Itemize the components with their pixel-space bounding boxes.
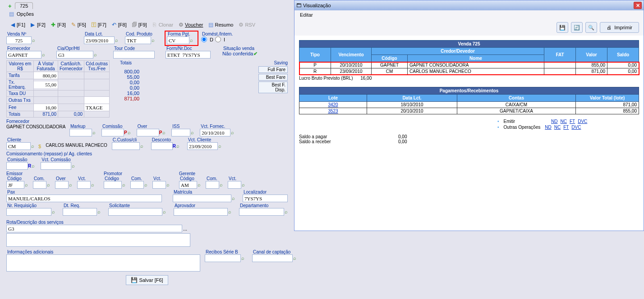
valores-table: Valores em R$ À Vista/ Faturada Cartão/c… xyxy=(6,60,110,118)
data-lct-label: Data Lct. xyxy=(85,32,122,36)
new-button[interactable]: ✚[F3] xyxy=(49,21,67,28)
pax-input[interactable] xyxy=(6,195,162,202)
gerente-codigo-input[interactable] xyxy=(179,181,197,189)
refresh-icon: 🔄 xyxy=(574,25,580,31)
situacao-value: Não conferida xyxy=(222,51,253,56)
tab-venda[interactable]: 725 xyxy=(15,2,33,9)
refresh-icon-button[interactable]: 🔄 xyxy=(571,22,583,33)
lote-link[interactable]: 3420 xyxy=(328,102,338,107)
toolbar: ◀[F1] ▶[F2] ✚[F3] ✎[F5] ⚿[F7] ↶[F8] 🗐[F9… xyxy=(0,19,294,31)
venda-n-label: Venda Nº xyxy=(7,32,38,36)
app-icon: 🗔 xyxy=(296,3,301,8)
table-row: P20/10/2010GAPNETGAPNET CONSOLIDADORA855… xyxy=(299,62,639,68)
pagamentos-table: Pagamentos/Recebimentos LoteData Lct.Con… xyxy=(299,87,639,114)
lote-link[interactable]: 3523 xyxy=(328,109,338,113)
clonar-button: ⎘Clonar xyxy=(150,21,175,28)
info-textarea[interactable] xyxy=(6,254,200,272)
cliente-nome: CARLOS MANUEL PACHECO xyxy=(46,137,107,150)
f9-button[interactable]: 🗐[F9] xyxy=(130,21,148,28)
vct-fornec-input[interactable] xyxy=(200,129,230,136)
printer-icon: 🖨 xyxy=(607,25,612,30)
tour-code-label: Tour Code xyxy=(114,46,163,51)
nav-next-button[interactable]: ▶[F2] xyxy=(28,21,47,28)
saldo-receber-label: Saldo a receber xyxy=(299,139,398,144)
fornecedor-label: Fornecedor xyxy=(7,46,54,51)
cod-produto-input[interactable] xyxy=(125,36,151,44)
venda-table: Venda 725 Tipo Vencimento Credor/Devedor… xyxy=(299,40,639,75)
window-title: Visualização xyxy=(303,3,331,8)
fornecedor-nome: GAPNET CONSOLIDADORA xyxy=(6,124,66,129)
saldo-pagar-value: 0,00 xyxy=(398,134,407,139)
titlebar: 🗔 Visualização ✕ xyxy=(294,0,644,10)
key-button[interactable]: ⚿[F7] xyxy=(89,21,108,28)
search-icon[interactable]: ⌕ xyxy=(94,52,100,58)
search-icon[interactable]: ⌕ xyxy=(32,37,38,44)
fornecedor-input[interactable] xyxy=(6,51,41,59)
best-f-disp-button[interactable]: Best F. Disp. xyxy=(258,82,288,93)
bullet-icon: • xyxy=(497,119,499,124)
menubar: Editar xyxy=(294,10,644,19)
table-row: 342018/10/2010CAIXA/CM871,00 xyxy=(299,102,639,108)
viz-toolbar: 💾 🔄 🔍 🖨Imprimir xyxy=(294,19,644,36)
rsv-button: ⚙RSV xyxy=(236,21,257,28)
form-nr-doc-label: Form/Nr.Doc xyxy=(166,46,220,51)
edit-button[interactable]: ✎[F5] xyxy=(69,21,87,28)
localizador-input[interactable] xyxy=(243,195,288,202)
tarifa-input[interactable] xyxy=(34,72,58,79)
undo-button[interactable]: ↶[F8] xyxy=(110,21,128,28)
int-radio[interactable] xyxy=(215,36,221,42)
zoom-icon-button[interactable]: 🔍 xyxy=(585,22,597,33)
salvar-button[interactable]: 💾Salvar [F6] xyxy=(126,275,168,285)
cliente-input[interactable] xyxy=(6,142,31,150)
zoom-icon: 🔍 xyxy=(588,25,594,31)
emissor-codigo-input[interactable] xyxy=(6,181,24,189)
data-lct-input[interactable] xyxy=(84,36,115,44)
saldo-receber-value: 0,00 xyxy=(398,139,407,144)
disk-icon: 💾 xyxy=(131,277,137,283)
lucro-value: 16,00 xyxy=(360,76,372,81)
form-nr-doc-input[interactable] xyxy=(166,51,211,59)
rota-input[interactable] xyxy=(6,225,182,232)
save-icon-button[interactable]: 💾 xyxy=(557,22,568,33)
venda-n-input[interactable] xyxy=(6,36,32,44)
full-fare-button[interactable]: Full Fare xyxy=(258,66,288,73)
forma-pgt-label: Forma Pgt. xyxy=(168,32,196,36)
editar-menu[interactable]: Editar xyxy=(297,11,316,18)
bullet-icon: • xyxy=(497,125,499,130)
situacao-label: Situação venda xyxy=(223,46,272,51)
imprimir-button[interactable]: 🖨Imprimir xyxy=(600,22,639,33)
voucher-button[interactable]: ⚙Voucher xyxy=(176,21,204,28)
disk-icon: 💾 xyxy=(559,25,566,31)
search-icon[interactable]: ⌕ xyxy=(152,37,158,44)
resumo-button[interactable]: ▤Resumo xyxy=(206,21,235,28)
vct-cliente-input[interactable] xyxy=(187,142,218,150)
search-icon[interactable]: ⌕ xyxy=(115,37,121,44)
cod-produto-label: Cod. Produto xyxy=(126,32,162,36)
search-icon[interactable]: ⌕ xyxy=(42,52,48,58)
rota-textarea[interactable] xyxy=(6,233,190,247)
tour-code-input[interactable] xyxy=(113,51,155,59)
visualizacao-window: 🗔 Visualização ✕ Editar 💾 🔄 🔍 🖨Imprimir … xyxy=(294,0,644,231)
sales-form-panel: + 725 ▤ Opções ◀[F1] ▶[F2] ✚[F3] ✎[F5] ⚿… xyxy=(0,0,294,299)
doc-icon: ▤ xyxy=(8,11,14,17)
forma-pgt-input[interactable] xyxy=(167,36,189,44)
saldo-pagar-label: Saldo a pagar xyxy=(299,134,398,139)
table-row: 352320/10/2010GAPNET/CAIXA855,00 xyxy=(299,108,639,114)
lucro-label: Lucro Bruto Previsto (BRL) xyxy=(299,76,353,81)
dom-int-label: Domést./Intern. xyxy=(202,32,251,36)
table-row: R23/09/2010CMCARLOS MANUEL PACHECO871,00… xyxy=(299,68,639,75)
nav-prev-button[interactable]: ◀[F1] xyxy=(8,21,27,28)
cia-label: Cia/Opr/Htl xyxy=(57,46,110,51)
search-icon[interactable]: ⌕ xyxy=(190,37,196,44)
expand-button[interactable]: ... xyxy=(183,226,187,231)
fee-input[interactable] xyxy=(34,104,58,111)
close-button[interactable]: ✕ xyxy=(634,2,642,9)
plus-icon[interactable]: + xyxy=(8,4,14,9)
opcoes-menu[interactable]: Opções xyxy=(17,11,34,17)
best-fare-button[interactable]: Best Fare xyxy=(258,74,288,81)
ops-links: •EmitirNDNCFTDVC •Outras OperaçõesNDNCFT… xyxy=(497,119,639,130)
dom-radio[interactable] xyxy=(201,36,207,42)
tx-embarq-input[interactable] xyxy=(34,82,58,88)
check-icon: ✔ xyxy=(253,51,258,56)
cia-input[interactable] xyxy=(56,51,93,59)
